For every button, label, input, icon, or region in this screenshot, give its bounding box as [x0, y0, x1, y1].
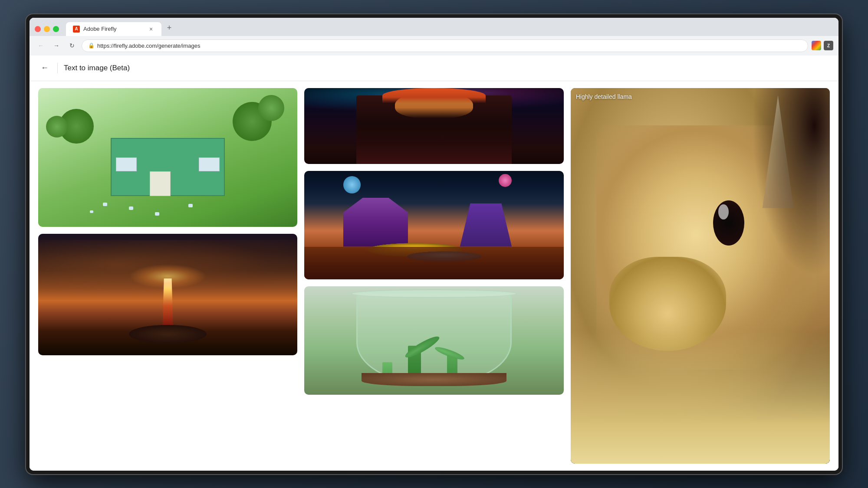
nav-bar: ← → ↻ 🔒 https://firefly.adobe.com/genera…	[30, 36, 838, 56]
maximize-window-button[interactable]	[53, 26, 59, 32]
refresh-button[interactable]: ↻	[66, 39, 78, 52]
tab-bar: A Adobe Firefly × +	[66, 22, 833, 36]
new-tab-button[interactable]: +	[163, 22, 175, 34]
back-nav-button[interactable]: ←	[35, 39, 47, 52]
gallery-col-1	[38, 88, 297, 464]
title-bar: A Adobe Firefly × +	[30, 18, 838, 36]
image-card-scifi[interactable]	[304, 171, 563, 279]
page-header: ← Text to image (Beta)	[30, 56, 838, 81]
close-window-button[interactable]	[35, 26, 41, 32]
url-text: https://firefly.adobe.com/generate/image…	[97, 43, 201, 49]
page-content: ← Text to image (Beta)	[30, 56, 838, 471]
gallery-area[interactable]: Highly detailed llama	[30, 81, 838, 471]
address-bar[interactable]: 🔒 https://firefly.adobe.com/generate/ima…	[82, 39, 808, 52]
laptop-frame: A Adobe Firefly × + ← → ↻ 🔒	[0, 0, 868, 488]
minimize-window-button[interactable]	[44, 26, 50, 32]
screen-bezel: A Adobe Firefly × + ← → ↻ 🔒	[26, 14, 842, 474]
page-title: Text to image (Beta)	[64, 64, 130, 72]
active-tab[interactable]: A Adobe Firefly ×	[66, 22, 161, 36]
image-card-jar[interactable]	[304, 286, 563, 395]
browser-chrome: A Adobe Firefly × + ← → ↻ 🔒	[30, 18, 838, 56]
traffic-lights	[35, 26, 59, 32]
page-back-button[interactable]: ←	[38, 62, 51, 75]
forward-nav-button[interactable]: →	[50, 39, 62, 52]
gallery-col-3: Highly detailed llama	[571, 88, 830, 464]
image-card-cyberpunk-person[interactable]	[304, 88, 563, 164]
tab-close-button[interactable]: ×	[148, 26, 155, 33]
colorful-extension-icon[interactable]	[812, 41, 821, 50]
gallery-col-2	[304, 88, 563, 464]
lock-icon: 🔒	[88, 43, 95, 49]
llama-label: Highly detailed llama	[576, 93, 632, 100]
image-card-llama[interactable]: Highly detailed llama	[571, 88, 830, 464]
gallery-columns: Highly detailed llama	[38, 81, 830, 471]
image-card-house[interactable]	[38, 88, 297, 227]
extension-button[interactable]: Z	[824, 41, 833, 50]
tab-favicon: A	[73, 26, 80, 33]
image-card-lighthouse[interactable]	[38, 234, 297, 355]
screen-inner: A Adobe Firefly × + ← → ↻ 🔒	[30, 18, 838, 471]
tab-title: Adobe Firefly	[83, 26, 144, 32]
header-divider	[57, 63, 58, 73]
favicon-letter: A	[75, 26, 78, 31]
browser-actions: Z	[812, 41, 833, 50]
main-area: Highly detailed llama	[30, 81, 838, 471]
